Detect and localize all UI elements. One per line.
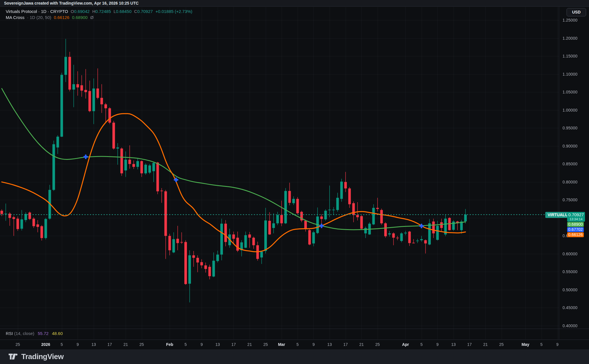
price-axis-label: 0.40000 bbox=[563, 323, 577, 328]
time-axis-label: 9 bbox=[312, 340, 315, 349]
symbol-title[interactable]: Virtuals Protocol · 1D · CRYPTO bbox=[6, 9, 68, 14]
price-axis-label: 1.20000 bbox=[563, 36, 577, 41]
ohlc-open: O0.69042 bbox=[71, 9, 90, 14]
ohlc-close: C0.70927 bbox=[134, 9, 153, 14]
time-axis-label: 13 bbox=[91, 340, 96, 349]
price-axis-label: 1.05000 bbox=[563, 90, 577, 94]
price-axis-label: 0.85000 bbox=[563, 162, 577, 166]
ma-cross-title[interactable]: MA Cross bbox=[6, 15, 24, 20]
chart-legend: Virtuals Protocol · 1D · CRYPTO O0.69042… bbox=[6, 9, 192, 21]
bottom-branding-bar: TradingView bbox=[0, 349, 589, 364]
price-axis-label: 0.60000 bbox=[563, 252, 577, 256]
price-axis-label: 0.80000 bbox=[563, 180, 577, 184]
time-axis-label: Apr bbox=[402, 340, 409, 349]
time-axis-label: 25 bbox=[499, 340, 504, 349]
time-axis-label: 5 bbox=[540, 340, 543, 349]
change-value: +0.01885 (+2.73%) bbox=[155, 9, 192, 14]
time-axis-label: 17 bbox=[467, 340, 472, 349]
last-price-tag: 0.70927 13:34:14 bbox=[567, 212, 585, 222]
time-axis-label: 9 bbox=[436, 340, 439, 349]
time-axis-label: 25 bbox=[375, 340, 380, 349]
price-axis-label: 0.75000 bbox=[563, 198, 577, 202]
candlestick-chart[interactable] bbox=[0, 0, 589, 364]
time-axis-label: 17 bbox=[343, 340, 348, 349]
time-axis-label: 13 bbox=[451, 340, 456, 349]
time-axis[interactable]: 2520265913172125Feb5913172125Mar59131721… bbox=[0, 340, 589, 349]
last-price-value: 0.70927 bbox=[567, 212, 585, 217]
time-axis-label: 9 bbox=[77, 340, 79, 349]
bar-countdown: 13:34:14 bbox=[567, 217, 585, 221]
symbol-legend-row[interactable]: Virtuals Protocol · 1D · CRYPTO O0.69042… bbox=[6, 9, 192, 15]
time-axis-label: 9 bbox=[200, 340, 203, 349]
rsi-value-2: 48.60 bbox=[52, 331, 63, 336]
price-axis-label: 0.45000 bbox=[563, 305, 577, 310]
currency-usd-button[interactable]: USD bbox=[567, 8, 586, 16]
time-axis-label: 25 bbox=[139, 340, 144, 349]
ohlc-high: H0.72485 bbox=[92, 9, 111, 14]
tradingview-logo-icon[interactable] bbox=[9, 354, 18, 360]
attribution-text: SovereignJawa created with TradingView.c… bbox=[4, 1, 139, 5]
time-axis-label: Mar bbox=[278, 340, 285, 349]
time-axis-label: May bbox=[521, 340, 529, 349]
rsi-legend-row[interactable]: RSI (14, close) 55.72 48.60 bbox=[6, 331, 63, 336]
price-axis-label: 0.90000 bbox=[563, 144, 577, 148]
time-axis-label: 13 bbox=[327, 340, 332, 349]
time-axis-label: 5 bbox=[185, 340, 187, 349]
ma50-price-tag: 0.68900 bbox=[567, 222, 584, 227]
rsi-title[interactable]: RSI (14, close) bbox=[6, 331, 34, 336]
price-axis[interactable]: 1.250001.200001.150001.100001.050001.000… bbox=[559, 7, 589, 339]
time-axis-label: Feb bbox=[166, 340, 173, 349]
time-axis-label: 17 bbox=[232, 340, 236, 349]
time-axis-label: 21 bbox=[483, 340, 488, 349]
ma-cross-legend-row[interactable]: MA Cross · 1D (20, 50) 0.66126 0.68900 Ø bbox=[6, 15, 192, 21]
time-axis-label: 5 bbox=[420, 340, 423, 349]
ma20-price-tag: 0.66126 bbox=[567, 232, 584, 237]
time-axis-label: 25 bbox=[16, 340, 20, 349]
attribution-bar: SovereignJawa created with TradingView.c… bbox=[0, 0, 589, 7]
time-axis-label: 5 bbox=[297, 340, 299, 349]
price-axis-label: 0.50000 bbox=[563, 288, 577, 292]
ma50-value: 0.68900 bbox=[72, 15, 87, 20]
pane-separator[interactable] bbox=[0, 329, 589, 329]
price-axis-label: 0.95000 bbox=[563, 126, 577, 130]
time-axis-label: 17 bbox=[108, 340, 112, 349]
time-axis-label: 21 bbox=[123, 340, 128, 349]
time-axis-label: 21 bbox=[359, 340, 364, 349]
time-axis-label: 13 bbox=[215, 340, 220, 349]
rsi-value-1: 55.72 bbox=[38, 331, 49, 336]
ma20-value: 0.66126 bbox=[54, 15, 69, 20]
price-axis-label: 1.10000 bbox=[563, 72, 577, 76]
ma-cross-params: · 1D (20, 50) bbox=[27, 15, 51, 20]
time-axis-label: 21 bbox=[247, 340, 252, 349]
time-axis-label: 25 bbox=[263, 340, 268, 349]
price-axis-label: 0.55000 bbox=[563, 269, 577, 274]
price-axis-label: 1.00000 bbox=[563, 108, 577, 112]
ohlc-low: L0.68450 bbox=[114, 9, 132, 14]
hide-indicator-icon[interactable]: Ø bbox=[90, 15, 94, 20]
tradingview-logo-text[interactable]: TradingView bbox=[21, 352, 64, 361]
time-axis-label: 2026 bbox=[41, 340, 50, 349]
ma-cross-price-tag: 0.67702 bbox=[567, 227, 584, 232]
price-axis-label: 1.25000 bbox=[563, 18, 577, 22]
price-axis-label: 1.15000 bbox=[563, 54, 577, 58]
time-axis-label: 9 bbox=[556, 340, 559, 349]
time-axis-label: 5 bbox=[61, 340, 63, 349]
